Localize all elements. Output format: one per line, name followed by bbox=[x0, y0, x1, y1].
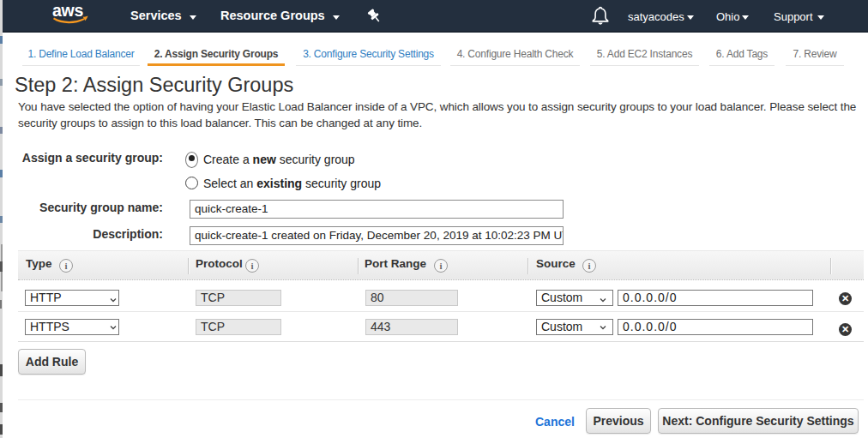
svg-text:aws: aws bbox=[52, 3, 83, 20]
